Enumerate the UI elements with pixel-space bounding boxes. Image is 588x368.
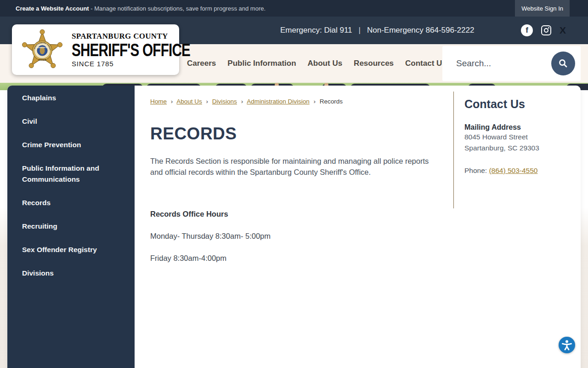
section-sidebar: Chaplains Civil Crime Prevention Public …	[7, 86, 135, 368]
logo-text: SPARTANBURG COUNTY SHERIFF'S OFFICE SINC…	[72, 32, 224, 68]
sidebar-item-records[interactable]: Records	[7, 191, 135, 215]
create-account-link[interactable]: Create a Website Account	[16, 5, 89, 12]
contact-heading: Contact Us	[464, 98, 567, 111]
sidebar-item-label: Public Information and Communications	[22, 163, 120, 185]
phone-label: Phone:	[464, 167, 489, 174]
emergency-separator: |	[359, 26, 361, 35]
sidebar-item-label: Chaplains	[22, 92, 120, 104]
accessibility-icon	[561, 339, 573, 351]
logo-county-line: SPARTANBURG COUNTY	[72, 32, 224, 41]
breadcrumb-link-administration-division[interactable]: Administration Division	[247, 98, 310, 105]
sheriff-badge-icon: SPARTANBURG COUNTY SHERIFF'S OFFICE	[21, 29, 63, 71]
instagram-lens	[544, 28, 548, 33]
nav-band: SPARTANBURG COUNTY SHERIFF'S OFFICE SPAR…	[0, 44, 588, 83]
search-icon	[558, 58, 569, 69]
badge-bottom-text: OFFICE	[39, 59, 46, 61]
sidebar-item-chaplains[interactable]: Chaplains	[7, 86, 135, 110]
breadcrumb: Home › About Us › Divisions › Administra…	[150, 98, 440, 105]
non-emergency-label: Non-Emergency 864-596-2222	[367, 26, 474, 35]
site-logo[interactable]: SPARTANBURG COUNTY SHERIFF'S OFFICE SPAR…	[12, 24, 179, 75]
contact-sidebar: Contact Us Mailing Address 8045 Howard S…	[453, 86, 581, 368]
phone-link[interactable]: (864) 503-4550	[489, 167, 537, 174]
emergency-label: Emergency: Dial 911	[280, 26, 352, 35]
intro-paragraph: The Records Section is responsible for m…	[150, 155, 435, 178]
accessibility-button[interactable]	[559, 337, 575, 353]
sidebar-item-sex-offender-registry[interactable]: Sex Offender Registry	[7, 238, 135, 262]
nav-item-public-information[interactable]: Public Information	[227, 59, 296, 68]
logo-since-line: SINCE 1785	[72, 60, 224, 68]
badge-band-text: SHERIFF'S	[38, 46, 47, 49]
sidebar-item-label: Records	[22, 197, 120, 208]
sidebar-item-recruiting[interactable]: Recruiting	[7, 215, 135, 238]
sidebar-item-label: Recruiting	[22, 221, 120, 232]
phone-row: Phone: (864) 503-4550	[464, 167, 567, 175]
social-links: f X	[521, 17, 566, 44]
sidebar-item-label: Divisions	[22, 268, 120, 279]
emergency-info: Emergency: Dial 911 | Non-Emergency 864-…	[280, 17, 474, 44]
account-promo-description: - Manage notification subscriptions, sav…	[89, 5, 266, 12]
sidebar-item-public-information-communications[interactable]: Public Information and Communications	[7, 157, 135, 191]
sidebar-item-label: Crime Prevention	[22, 139, 120, 150]
page-title: RECORDS	[150, 124, 440, 144]
breadcrumb-separator: ›	[313, 98, 316, 105]
sidebar-item-label: Sex Offender Registry	[22, 244, 120, 255]
main-content: Home › About Us › Divisions › Administra…	[135, 86, 453, 368]
sidebar-item-divisions[interactable]: Divisions	[7, 262, 135, 285]
hours-friday: Friday 8:30am-4:00pm	[150, 254, 440, 263]
primary-nav: Careers Public Information About Us Reso…	[187, 44, 447, 83]
top-utility-bar: Create a Website Account - Manage notifi…	[0, 0, 588, 17]
hours-mon-thu: Monday- Thursday 8:30am- 5:00pm	[150, 232, 440, 241]
sidebar-item-crime-prevention[interactable]: Crime Prevention	[7, 133, 135, 157]
breadcrumb-link-about-us[interactable]: About Us	[176, 98, 202, 105]
breadcrumb-separator: ›	[171, 98, 173, 105]
facebook-icon[interactable]: f	[521, 24, 533, 36]
address-line-2: Spartanburg, SC 29303	[464, 143, 567, 154]
hours-heading: Records Office Hours	[150, 210, 440, 218]
breadcrumb-link-home[interactable]: Home	[150, 98, 167, 105]
column-divider	[453, 92, 454, 208]
content-card: Chaplains Civil Crime Prevention Public …	[7, 86, 581, 368]
search-box	[442, 46, 581, 81]
logo-office-line: SHERIFF'S OFFICE	[72, 41, 190, 59]
mailing-address-label: Mailing Address	[464, 123, 567, 132]
x-twitter-icon[interactable]: X	[560, 25, 566, 36]
search-button[interactable]	[551, 52, 575, 75]
instagram-icon[interactable]	[541, 25, 551, 35]
nav-item-resources[interactable]: Resources	[354, 59, 394, 68]
nav-item-contact-us[interactable]: Contact Us	[405, 59, 447, 68]
account-promo-text: Create a Website Account - Manage notifi…	[16, 5, 266, 12]
sidebar-item-civil[interactable]: Civil	[7, 110, 135, 133]
address-line-1: 8045 Howard Street	[464, 132, 567, 143]
website-signin-button[interactable]: Website Sign In	[515, 0, 570, 17]
breadcrumb-separator: ›	[206, 98, 209, 105]
instagram-dot	[548, 27, 549, 29]
breadcrumb-current: Records	[320, 98, 343, 105]
facebook-glyph: f	[526, 26, 528, 35]
page: Create a Website Account - Manage notifi…	[0, 0, 588, 368]
breadcrumb-separator: ›	[241, 98, 243, 105]
search-input[interactable]	[442, 58, 530, 69]
breadcrumb-link-divisions[interactable]: Divisions	[212, 98, 237, 105]
nav-item-about-us[interactable]: About Us	[308, 59, 343, 68]
sidebar-item-label: Civil	[22, 116, 120, 127]
